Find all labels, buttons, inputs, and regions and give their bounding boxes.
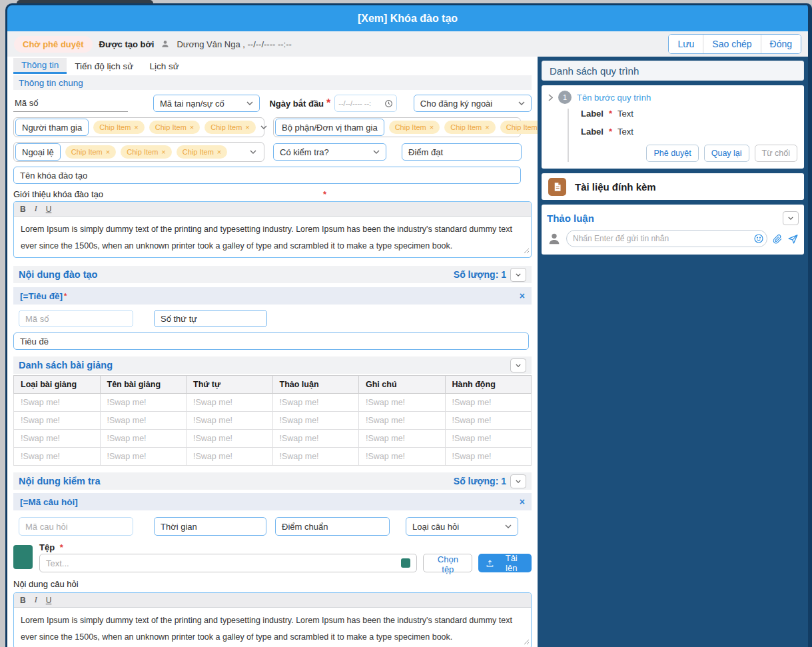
required-mark: * [326,97,330,109]
nguoi-tham-gia-multiselect[interactable]: Người tham gia Chip Item× Chip Item× Chi… [13,117,264,137]
tieu-de-input[interactable]: Tiêu đề [13,332,529,350]
collapse-caret-button[interactable] [510,358,526,372]
form-row-4: Tên khóa đào tạo [13,167,532,184]
chip-remove-icon[interactable]: × [217,148,221,156]
count-label: Số lượng: 1 [454,269,506,280]
chip-item[interactable]: Chip Item× [177,145,228,159]
col-thao-luan[interactable]: Thảo luận [272,376,359,394]
table-row[interactable]: !Swap me!!Swap me!!Swap me!!Swap me!!Swa… [14,412,532,430]
ten-khoa-dao-tao-input[interactable]: Tên khóa đào tạo [13,167,521,184]
resize-handle[interactable] [524,636,530,647]
table-row[interactable]: !Swap me!!Swap me!!Swap me!!Swap me!!Swa… [14,430,532,448]
italic-button[interactable]: I [35,204,37,214]
chip-remove-icon[interactable]: × [106,148,110,156]
section-noi-dung-dao-tao: Nội dung đào tạo Số lượng: 1 [13,266,532,283]
chip-remove-icon[interactable]: × [245,123,249,131]
paperclip-icon[interactable] [772,233,783,244]
col-loai-bai-giang[interactable]: Loại bài giảng [14,376,101,394]
close-icon[interactable]: × [520,291,525,301]
table-row[interactable]: !Swap me!!Swap me!!Swap me!!Swap me!!Swa… [14,448,532,466]
col-thu-tu[interactable]: Thứ tự [187,376,273,394]
ma-tai-nan-select[interactable]: Mã tai nạn/sự cố [153,95,260,112]
col-hanh-dong[interactable]: Hành động [445,376,532,394]
step-number-badge: 1 [558,91,572,104]
expand-chevron-icon[interactable] [548,94,553,101]
emoji-icon[interactable] [753,233,764,244]
back-button[interactable]: Quay lại [704,145,749,162]
approve-button[interactable]: Phê duyệt [646,145,698,162]
close-button[interactable]: Đóng [761,35,801,53]
bo-phan-label: Bộ phận/Đơn vị tham gia [275,119,384,136]
close-icon[interactable]: × [520,496,525,507]
collapse-caret-button[interactable] [510,474,526,488]
diem-dat-input[interactable]: Điểm đạt [402,143,522,161]
table-row[interactable]: !Swap me!!Swap me!!Swap me!!Swap me!!Swa… [14,394,532,412]
chevron-down-icon [373,150,380,154]
collapse-caret-button[interactable] [783,211,799,225]
chip-item[interactable]: Chip Item× [204,121,256,134]
cell: !Swap me! [445,412,532,430]
chip-item[interactable]: Chip Item× [65,145,117,159]
tab-tien-do-lich-su[interactable]: Tiến độ lịch sử [67,58,141,74]
thao-luan-panel: Thảo luận Nhấn Enter để gửi tin nhắn [542,205,804,255]
italic-button[interactable]: I [35,595,37,605]
upload-button[interactable]: Tải lên [478,554,532,572]
chat-message-input[interactable]: Nhấn Enter để gửi tin nhắn [566,230,767,247]
choose-file-button[interactable]: Chọn tệp [423,554,472,572]
bold-button[interactable]: B [20,205,26,214]
gioi-thieu-richtext-editor[interactable]: B I U Lorem Ipsum is simply dummy text o… [13,201,532,258]
chip-remove-icon[interactable]: × [134,123,138,131]
diem-chuan-input[interactable]: Điểm chuẩn [275,517,390,536]
cell: !Swap me! [187,430,273,448]
date-placeholder: --/--/---- --: [338,99,371,107]
reject-button[interactable]: Từ chối [755,145,797,162]
ma-cau-hoi-input[interactable]: Mã cau hỏi [19,517,133,536]
chip-item[interactable]: Chip Item× [500,121,538,134]
chip-item[interactable]: Chip Item× [389,121,440,134]
file-color-swatch[interactable] [13,545,33,569]
underline-button[interactable]: U [46,596,52,605]
chip-remove-icon[interactable]: × [485,123,489,131]
tai-lieu-panel[interactable]: Tài liệu đính kèm [542,173,804,200]
editor-toolbar: B I U [14,202,531,217]
tab-lich-su[interactable]: Lịch sử [141,58,187,74]
tab-thong-tin[interactable]: Thông tin [13,58,67,74]
required-mark: * [64,292,67,300]
chip-item[interactable]: Chip Item× [121,145,172,159]
bo-phan-multiselect[interactable]: Bộ phận/Đơn vị tham gia Chip Item× Chip … [273,117,521,137]
col-ten-bai-giang[interactable]: Tên bài giảng [100,376,187,394]
ngoai-le-multiselect[interactable]: Ngoại lệ Chip Item× Chip Item× Chip Item… [13,142,264,162]
chip-item[interactable]: Chip Item× [149,121,201,134]
co-kiem-tra-select[interactable]: Có kiểm tra? [273,143,386,161]
save-button[interactable]: Lưu [669,35,703,53]
gioi-thieu-editor-text[interactable]: Lorem Ipsum is simply dummy text of the … [14,217,531,257]
chip-remove-icon[interactable]: × [161,148,165,156]
tieu-de-value: Tiêu đề [20,336,49,346]
thoi-gian-input[interactable]: Thời gian [154,517,266,536]
chip-item[interactable]: Chip Item× [444,121,496,134]
bold-button[interactable]: B [20,596,26,605]
underline-button[interactable]: U [46,205,52,214]
chip-item[interactable]: Chip Item× [93,121,145,134]
cau-hoi-editor-text[interactable]: Lorem Ipsum is simply dummy text of the … [14,608,531,647]
step-title[interactable]: Tên bước quy trình [577,93,651,103]
ma-so-input[interactable]: Mã số [13,95,128,112]
cell: !Swap me! [100,448,187,466]
cell: !Swap me! [100,430,187,448]
cau-hoi-richtext-editor[interactable]: B I U Lorem Ipsum is simply dummy text o… [13,592,532,647]
file-mini-swatch[interactable] [401,558,410,568]
send-icon[interactable] [787,233,799,245]
chip-remove-icon[interactable]: × [430,123,434,131]
ngay-bat-dau-date-input[interactable]: --/--/---- --: [334,95,397,112]
copy-button[interactable]: Sao chép [703,35,760,53]
loai-cau-hoi-select[interactable]: Loại câu hỏi [406,517,518,536]
col-ghi-chu[interactable]: Ghi chú [359,376,446,394]
collapse-caret-button[interactable] [510,268,526,282]
file-text-input[interactable]: Text... [39,554,417,572]
so-thu-tu-input[interactable]: Số thứ tự [154,310,267,327]
resize-handle[interactable] [524,245,530,257]
chip-remove-icon[interactable]: × [190,123,194,131]
chevron-down-icon [260,125,267,129]
cho-dang-ky-ngoai-select[interactable]: Cho đăng ký ngoài [414,95,532,112]
ma-so-card-input[interactable]: Mã số [19,310,133,327]
